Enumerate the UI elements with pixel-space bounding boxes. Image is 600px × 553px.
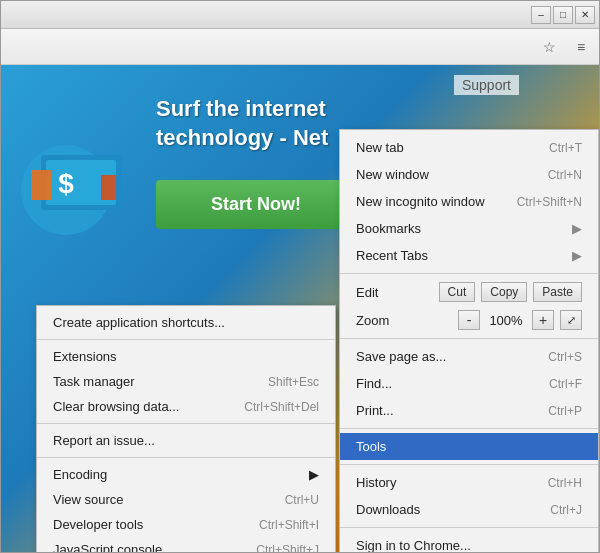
zoom-value: 100% bbox=[486, 313, 526, 328]
menu-item-signin[interactable]: Sign in to Chrome... bbox=[340, 532, 598, 552]
bookmarks-arrow-icon: ▶ bbox=[572, 221, 582, 236]
submenu-shortcut-clear: Ctrl+Shift+Del bbox=[244, 400, 319, 414]
bookmark-icon[interactable]: ☆ bbox=[535, 35, 563, 59]
menu-separator-5 bbox=[340, 527, 598, 528]
submenu-item-view-source[interactable]: View source Ctrl+U bbox=[37, 487, 335, 512]
menu-item-find[interactable]: Find... Ctrl+F bbox=[340, 370, 598, 397]
submenu-separator-3 bbox=[37, 457, 335, 458]
submenu-item-developer-tools[interactable]: Developer tools Ctrl+Shift+I bbox=[37, 512, 335, 537]
edit-label: Edit bbox=[356, 285, 433, 300]
title-bar-buttons: – □ ✕ bbox=[531, 6, 595, 24]
svg-rect-4 bbox=[31, 170, 51, 200]
encoding-arrow-icon: ▶ bbox=[309, 467, 319, 482]
menu-item-print[interactable]: Print... Ctrl+P bbox=[340, 397, 598, 424]
chrome-menu: New tab Ctrl+T New window Ctrl+N New inc… bbox=[339, 129, 599, 552]
submenu-item-js-console[interactable]: JavaScript console Ctrl+Shift+J bbox=[37, 537, 335, 552]
shortcut-new-tab: Ctrl+T bbox=[549, 141, 582, 155]
submenu-item-report-issue[interactable]: Report an issue... bbox=[37, 428, 335, 453]
menu-item-downloads[interactable]: Downloads Ctrl+J bbox=[340, 496, 598, 523]
menu-item-new-window[interactable]: New window Ctrl+N bbox=[340, 161, 598, 188]
recent-tabs-arrow-icon: ▶ bbox=[572, 248, 582, 263]
banner-text-area: Surf the internet technology - Net bbox=[156, 95, 328, 152]
zoom-out-button[interactable]: - bbox=[458, 310, 480, 330]
submenu-separator-1 bbox=[37, 339, 335, 340]
start-now-button[interactable]: Start Now! bbox=[156, 180, 356, 229]
support-text: Support bbox=[454, 75, 519, 95]
copy-button[interactable]: Copy bbox=[481, 282, 527, 302]
menu-item-new-incognito[interactable]: New incognito window Ctrl+Shift+N bbox=[340, 188, 598, 215]
banner-headline: Surf the internet technology - Net bbox=[156, 95, 328, 152]
zoom-label: Zoom bbox=[356, 313, 452, 328]
submenu-item-clear-browsing[interactable]: Clear browsing data... Ctrl+Shift+Del bbox=[37, 394, 335, 419]
menu-icon[interactable]: ≡ bbox=[567, 35, 595, 59]
shortcut-incognito: Ctrl+Shift+N bbox=[517, 195, 582, 209]
tools-submenu: Create application shortcuts... Extensio… bbox=[36, 305, 336, 552]
submenu-item-task-manager[interactable]: Task manager Shift+Esc bbox=[37, 369, 335, 394]
menu-separator-2 bbox=[340, 338, 598, 339]
shortcut-find: Ctrl+F bbox=[549, 377, 582, 391]
menu-separator-1 bbox=[340, 273, 598, 274]
paste-button[interactable]: Paste bbox=[533, 282, 582, 302]
zoom-row: Zoom - 100% + ⤢ bbox=[340, 306, 598, 334]
page-content: $ Support Surf the internet technology -… bbox=[1, 65, 599, 552]
minimize-button[interactable]: – bbox=[531, 6, 551, 24]
shortcut-new-window: Ctrl+N bbox=[548, 168, 582, 182]
zoom-in-button[interactable]: + bbox=[532, 310, 554, 330]
shortcut-history: Ctrl+H bbox=[548, 476, 582, 490]
close-button[interactable]: ✕ bbox=[575, 6, 595, 24]
menu-item-new-tab[interactable]: New tab Ctrl+T bbox=[340, 134, 598, 161]
fullscreen-button[interactable]: ⤢ bbox=[560, 310, 582, 330]
shortcut-print: Ctrl+P bbox=[548, 404, 582, 418]
shortcut-downloads: Ctrl+J bbox=[550, 503, 582, 517]
cut-button[interactable]: Cut bbox=[439, 282, 476, 302]
maximize-button[interactable]: □ bbox=[553, 6, 573, 24]
menu-item-tools[interactable]: Tools bbox=[340, 433, 598, 460]
svg-rect-5 bbox=[101, 175, 116, 200]
submenu-item-extensions[interactable]: Extensions bbox=[37, 344, 335, 369]
submenu-item-encoding[interactable]: Encoding ▶ bbox=[37, 462, 335, 487]
submenu-shortcut-devtools: Ctrl+Shift+I bbox=[259, 518, 319, 532]
menu-separator-3 bbox=[340, 428, 598, 429]
dollar-illustration: $ bbox=[11, 115, 141, 245]
submenu-shortcut-task-manager: Shift+Esc bbox=[268, 375, 319, 389]
title-bar: – □ ✕ bbox=[1, 1, 599, 29]
edit-row: Edit Cut Copy Paste bbox=[340, 278, 598, 306]
submenu-separator-2 bbox=[37, 423, 335, 424]
submenu-shortcut-view-source: Ctrl+U bbox=[285, 493, 319, 507]
browser-window: – □ ✕ ☆ ≡ $ Support bbox=[0, 0, 600, 553]
submenu-shortcut-js-console: Ctrl+Shift+J bbox=[256, 543, 319, 553]
svg-text:$: $ bbox=[58, 168, 74, 199]
toolbar: ☆ ≡ bbox=[1, 29, 599, 65]
menu-separator-4 bbox=[340, 464, 598, 465]
shortcut-save: Ctrl+S bbox=[548, 350, 582, 364]
menu-item-bookmarks[interactable]: Bookmarks ▶ bbox=[340, 215, 598, 242]
submenu-item-create-shortcuts[interactable]: Create application shortcuts... bbox=[37, 310, 335, 335]
menu-item-recent-tabs[interactable]: Recent Tabs ▶ bbox=[340, 242, 598, 269]
menu-item-save-page[interactable]: Save page as... Ctrl+S bbox=[340, 343, 598, 370]
menu-item-history[interactable]: History Ctrl+H bbox=[340, 469, 598, 496]
